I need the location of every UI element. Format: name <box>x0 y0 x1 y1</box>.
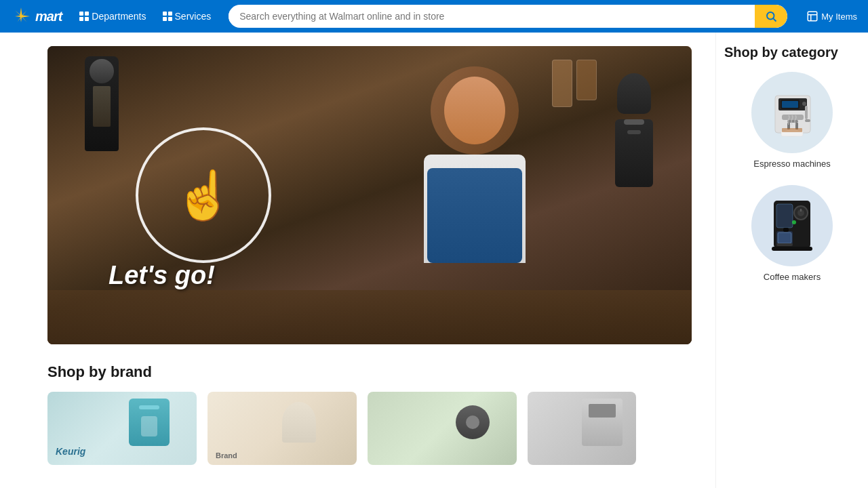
content-area: ☝ Let's go! Shop by brand Keurig Brand <box>0 33 715 488</box>
svg-rect-18 <box>782 128 802 132</box>
brand-product-3-image <box>456 405 490 439</box>
brand-card-4[interactable] <box>528 392 636 465</box>
svg-rect-15 <box>805 119 810 122</box>
brand-card-2[interactable]: Brand <box>208 392 357 465</box>
svg-line-1 <box>774 18 776 21</box>
svg-rect-11 <box>787 120 798 123</box>
brand-card-keurig[interactable]: Keurig <box>47 392 197 465</box>
keurig-product-image <box>129 399 170 446</box>
espresso-category-circle <box>751 72 833 153</box>
svg-rect-14 <box>805 106 808 119</box>
face <box>444 77 505 144</box>
brand-grid: Keurig Brand <box>47 392 702 465</box>
hero-person <box>339 46 624 344</box>
walmart-logo[interactable]: mart <box>11 6 62 26</box>
brand4-product <box>582 399 623 446</box>
hero-click-circle: ☝ <box>136 127 271 263</box>
espresso-category-label: Espresso machines <box>753 159 830 169</box>
brand2-label: Brand <box>216 451 237 460</box>
category-item-coffee[interactable]: Coffee makers <box>724 185 860 282</box>
hero-tagline: Let's go! <box>108 261 215 290</box>
shop-by-brand-title: Shop by brand <box>47 363 702 381</box>
header: mart Departments Services <box>0 0 868 33</box>
main-content: ☝ Let's go! Shop by brand Keurig Brand <box>0 33 868 488</box>
apron <box>427 168 522 263</box>
search-icon <box>765 10 777 22</box>
keurig-reservoir <box>141 416 157 436</box>
grinder-detail2 <box>627 130 641 134</box>
services-label: Services <box>175 11 212 22</box>
brand-card-3[interactable] <box>368 392 517 465</box>
hair <box>431 66 519 155</box>
person-figure <box>420 66 529 270</box>
services-nav[interactable]: Services <box>156 8 218 24</box>
svg-rect-27 <box>772 247 812 251</box>
account-icon <box>806 10 818 22</box>
espresso-machine-icon <box>762 82 823 143</box>
sidebar: Shop by category <box>715 33 868 488</box>
svg-rect-25 <box>778 232 791 243</box>
svg-rect-23 <box>776 204 793 228</box>
coffee-category-label: Coffee makers <box>764 272 821 282</box>
hero-banner[interactable]: ☝ Let's go! <box>47 46 692 344</box>
blender-jar <box>93 86 111 127</box>
keurig-logo-text: Keurig <box>56 446 85 457</box>
departments-label: Departments <box>92 11 146 22</box>
svg-rect-2 <box>808 12 818 21</box>
svg-point-29 <box>792 220 796 224</box>
coffee-maker-icon <box>762 194 823 258</box>
header-actions: My Items <box>806 10 857 22</box>
category-item-espresso[interactable]: Espresso machines <box>724 72 860 169</box>
blender-top <box>90 59 114 83</box>
walmart-spark-icon <box>11 6 31 26</box>
services-icon <box>163 12 172 21</box>
brand-product-2-image <box>282 402 316 443</box>
blender-left <box>85 56 119 151</box>
departments-icon <box>79 12 89 21</box>
coffee-category-circle <box>751 185 833 266</box>
my-items-action[interactable]: My Items <box>806 10 857 22</box>
header-nav: Departments Services <box>73 8 218 24</box>
departments-nav[interactable]: Departments <box>73 8 153 24</box>
grinder-detail <box>624 119 644 125</box>
walmart-wordmark: mart <box>35 9 62 24</box>
svg-rect-8 <box>782 101 798 108</box>
keurig-top <box>139 405 159 409</box>
body <box>424 155 526 263</box>
search-button[interactable] <box>755 5 787 28</box>
hand-pointer-icon: ☝ <box>174 171 233 219</box>
search-input[interactable] <box>229 11 755 22</box>
brand-product-3-inner <box>466 415 479 429</box>
svg-rect-28 <box>783 228 789 232</box>
my-items-label: My Items <box>821 12 857 22</box>
svg-point-0 <box>767 12 774 20</box>
search-bar <box>229 5 787 28</box>
sidebar-title: Shop by category <box>724 43 860 61</box>
brand4-panel <box>589 404 616 418</box>
svg-point-9 <box>802 102 806 106</box>
svg-rect-26 <box>776 243 793 246</box>
